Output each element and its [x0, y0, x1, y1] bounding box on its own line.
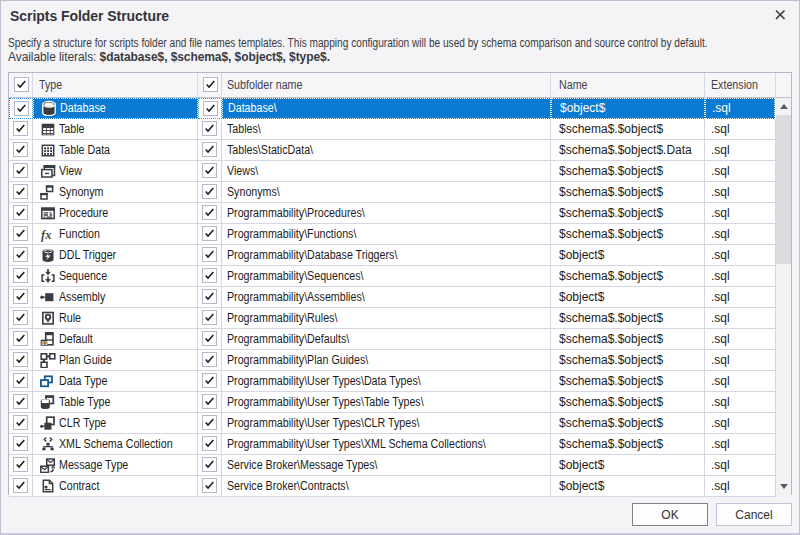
svg-text:01: 01 [41, 339, 47, 345]
svg-text:fx: fx [41, 227, 51, 241]
